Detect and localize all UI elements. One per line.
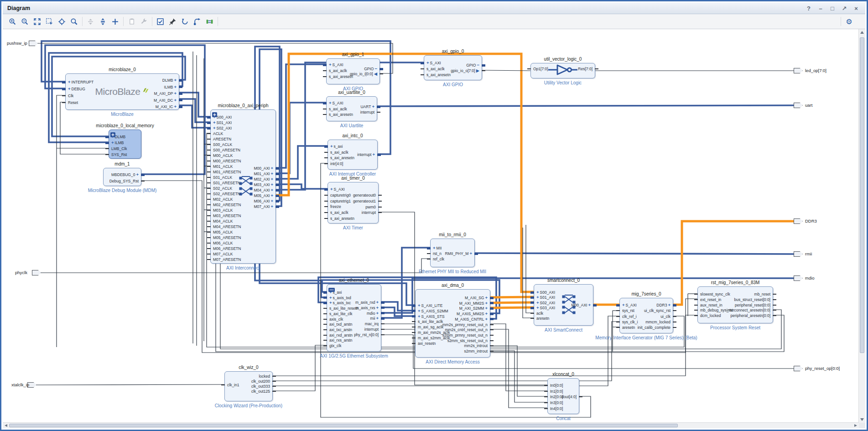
- port-microblaze_0-Clk[interactable]: Clk: [68, 93, 73, 98]
- maximize-button[interactable]: □: [828, 4, 837, 12]
- block-axi_intc_0[interactable]: axi_intc_0AXI Interrupt Controller+s_axi…: [327, 140, 378, 170]
- port-axi_ethernet_0-axi_txc_arstn[interactable]: axi_txc_arstn: [329, 327, 352, 332]
- port-clk_wiz_0-locked[interactable]: locked: [259, 374, 270, 379]
- block-axi_ethernet_0[interactable]: axi_ethernet_0AXI 1G/2.5G Ethernet Subsy…: [327, 284, 381, 352]
- port-axi_ethernet_0-axi_rxd_arstn[interactable]: axi_rxd_arstn: [329, 333, 353, 338]
- port-microblaze_0_axi_periph-M05_AXI[interactable]: +M05_AXI: [254, 193, 273, 198]
- add-ip-icon[interactable]: [109, 16, 121, 27]
- scroll-left-icon[interactable]: [5, 424, 7, 427]
- port-axi_gpio_0-s_axi_aresetn[interactable]: s_axi_aresetn: [426, 73, 451, 77]
- port-microblaze_0_axi_periph-S01_ACLK[interactable]: S01_ACLK: [213, 175, 232, 180]
- port-axi_ethernet_0-s_axis_txc[interactable]: +s_axis_txc: [329, 301, 351, 305]
- port-mii_to_rmii_0-RMII_PHY_M[interactable]: +RMII_PHY_M: [445, 251, 472, 256]
- port-microblaze_0_axi_periph-M01_ARESETN[interactable]: M01_ARESETN: [213, 170, 241, 174]
- port-microblaze_0-ILMB[interactable]: +ILMB: [164, 85, 177, 89]
- port-microblaze_0-M_AXI_IC[interactable]: +M_AXI_IC: [156, 104, 177, 109]
- port-microblaze_0_axi_periph-ACLK[interactable]: ACLK: [213, 131, 223, 136]
- port-microblaze_0_axi_periph-M03_ARESETN[interactable]: M03_ARESETN: [213, 213, 241, 218]
- port-microblaze_0-DLMB[interactable]: +DLMB: [162, 78, 177, 83]
- port-microblaze_0_axi_periph-M06_ACLK[interactable]: M06_ACLK: [213, 241, 233, 245]
- port-axi_timer_0-pwm0[interactable]: pwm0: [365, 205, 376, 209]
- port-smartconnect_0-S03_AXI[interactable]: +S03_AXI: [536, 306, 555, 310]
- port-axi_ethernet_0-m_axis_rxd[interactable]: +m_axis_rxd: [355, 300, 379, 305]
- port-axi_gpio_1-s_axi_aclk[interactable]: s_axi_aclk: [329, 68, 347, 73]
- port-microblaze_0_axi_periph-M06_ARESETN[interactable]: M06_ARESETN: [213, 246, 241, 251]
- wire[interactable]: [523, 228, 534, 318]
- port-microblaze_0_axi_periph-M00_ACLK[interactable]: M00_ACLK: [213, 153, 233, 158]
- block-xlconcat_0[interactable]: xlconcat_0ConcatIn0[0:0]In1[0:0]In2[0:0]…: [547, 378, 579, 414]
- port-xlconcat_0-In1[0:0][interactable]: In1[0:0]: [550, 389, 563, 394]
- port-microblaze_0_axi_periph-S01_AXI[interactable]: +S01_AXI: [213, 120, 232, 125]
- block-mii_to_rmii_0[interactable]: mii_to_rmii_0Ethernet PHY MII to Reduced…: [430, 239, 475, 267]
- port-mig_7series_0-aresetn[interactable]: aresetn: [622, 325, 635, 330]
- port-microblaze_0_axi_periph-M01_AXI[interactable]: +M01_AXI: [254, 171, 273, 176]
- port-microblaze_0_axi_periph-M06_AXI[interactable]: +M06_AXI: [254, 199, 273, 203]
- window-titlebar[interactable]: Diagram ?–□↗×: [3, 3, 865, 14]
- port-mig_7series_0-sys_rst[interactable]: sys_rst: [622, 308, 634, 313]
- port-microblaze_0_axi_periph-S02_ACLK[interactable]: S02_ACLK: [213, 186, 232, 191]
- port-microblaze_0_axi_periph-M04_AXI[interactable]: +M04_AXI: [254, 188, 273, 192]
- port-axi_gpio_1-gpio_io_i[0:0][interactable]: ◀gpio_io_i[0:0]: [350, 72, 377, 76]
- port-clk_wiz_0-clk_out333[interactable]: clk_out333: [251, 384, 270, 389]
- port-mig_7series_0-mmcm_locked[interactable]: mmcm_locked: [645, 320, 670, 324]
- port-microblaze_0_axi_periph-M04_ACLK[interactable]: M04_ACLK: [213, 219, 233, 223]
- port-axi_ethernet_0-s_axis_txd[interactable]: +s_axis_txd: [329, 296, 351, 300]
- port-axi_ethernet_0-mdio[interactable]: +mdio: [367, 311, 379, 316]
- port-microblaze_0_axi_periph-S02_AXI[interactable]: +S02_AXI: [213, 126, 232, 130]
- port-axi_timer_0-freeze[interactable]: freeze: [330, 204, 341, 209]
- close-button[interactable]: ×: [852, 4, 861, 12]
- port-axi_gpio_0-GPIO[interactable]: −GPIO: [466, 63, 479, 68]
- expand-plus-icon[interactable]: [212, 111, 217, 119]
- port-mig_7series_0-ui_clk_sync_rst[interactable]: ui_clk_sync_rst: [644, 308, 670, 313]
- port-microblaze_0-M_AXI_DP[interactable]: +M_AXI_DP: [154, 91, 177, 96]
- wire[interactable]: [377, 105, 794, 106]
- port-axi_dma_0-s2mm_sts_reset_out_n[interactable]: s2mm_sts_reset_out_n: [447, 338, 488, 343]
- port-axi_timer_0-generateout1[interactable]: generateout1: [353, 199, 376, 203]
- port-axi_dma_0-M_AXI_S2MM[interactable]: +M_AXI_S2MM: [459, 306, 488, 311]
- port-microblaze_0_axi_periph-M02_ACLK[interactable]: M02_ACLK: [213, 197, 233, 202]
- wire[interactable]: [57, 95, 65, 347]
- more-dots-icon[interactable]: [328, 286, 335, 294]
- zoom-to-selection-icon[interactable]: [43, 16, 56, 27]
- port-microblaze_0_axi_periph-M07_AXI[interactable]: +M07_AXI: [254, 204, 273, 209]
- block-microblaze_0_local_memory[interactable]: microblaze_0_local_memory+DLMB+ILMBLMB_C…: [109, 130, 141, 159]
- port-xlconcat_0-In3[0:0][interactable]: In3[0:0]: [550, 400, 563, 405]
- port-microblaze_0_axi_periph-M00_AXI[interactable]: +M00_AXI: [254, 166, 273, 171]
- port-axi_intc_0-s_axi_aresetn[interactable]: s_axi_aresetn: [330, 156, 354, 160]
- port-smartconnect_0-aresetn[interactable]: aresetn: [536, 316, 549, 321]
- port-axi_intc_0-interrupt[interactable]: +interrupt: [357, 152, 375, 157]
- optimize-routing-icon[interactable]: [191, 16, 203, 27]
- port-mig_7series_0-DDR3[interactable]: +DDR3: [656, 303, 670, 307]
- scroll-down-icon[interactable]: [860, 418, 864, 421]
- port-axi_ethernet_0-s_axi_lite_resetn[interactable]: s_axi_lite_resetn: [329, 306, 359, 311]
- port-xlconcat_0-dout[4:0][interactable]: dout[4:0]: [561, 395, 577, 399]
- port-util_vector_logic_0-Res[7:0][interactable]: Res[7:0]: [578, 67, 593, 71]
- wire[interactable]: [276, 103, 326, 173]
- port-mdm_1-MBDEBUG_0[interactable]: +MBDEBUG_0: [111, 172, 139, 177]
- port-microblaze_0_axi_periph-M07_ACLK[interactable]: M07_ACLK: [213, 252, 233, 256]
- port-axi_gpio_1-GPIO[interactable]: −GPIO: [364, 67, 377, 71]
- validate-design-icon[interactable]: [154, 16, 166, 27]
- port-axi_dma_0-M_AXI_MM2S[interactable]: +M_AXI_MM2S: [459, 301, 488, 306]
- interface-ports-icon[interactable]: [203, 16, 216, 27]
- wire[interactable]: [276, 184, 327, 189]
- expand-hierarchy-icon[interactable]: [97, 16, 109, 27]
- regenerate-layout-icon[interactable]: [179, 16, 191, 27]
- block-mig_7series_0[interactable]: mig_7series_0Memory Interface Generator …: [619, 298, 673, 333]
- block-axi_gpio_1[interactable]: axi_gpio_1AXI GPIO+S_AXIs_axi_aclks_axi_…: [326, 58, 380, 84]
- port-axi_ethernet_0-axi_rxs_arstn[interactable]: axi_rxs_arstn: [329, 338, 353, 343]
- zoom-out-icon[interactable]: [19, 16, 31, 27]
- port-axi_dma_0-M_AXI_SG[interactable]: +M_AXI_SG: [465, 296, 488, 300]
- minimize-button[interactable]: –: [816, 4, 825, 12]
- port-axi_dma_0-axi_resetn[interactable]: axi_resetn: [418, 341, 436, 346]
- port-axi_gpio_0-s_axi_aclk[interactable]: s_axi_aclk: [426, 67, 445, 71]
- port-axi_ethernet_0-gtx_clk[interactable]: gtx_clk: [329, 343, 341, 348]
- port-axi_dma_0-S_AXI_LITE[interactable]: +S_AXI_LITE: [418, 303, 442, 308]
- block-clk_wiz_0[interactable]: clk_wiz_0Clocking Wizard (Pre-Production…: [224, 371, 273, 401]
- port-axi_intc_0-s_axi_aclk[interactable]: s_axi_aclk: [330, 150, 348, 155]
- port-mig_7series_0-S_AXI[interactable]: +S_AXI: [622, 303, 637, 307]
- port-axi_ethernet_0-phy_rst_n[0:0][interactable]: phy_rst_n[0:0]: [354, 332, 379, 337]
- pin-icon[interactable]: [166, 16, 179, 27]
- port-clk_wiz_0-clk_out125[interactable]: clk_out125: [251, 389, 270, 394]
- block-microblaze_0[interactable]: microblaze_0MicroBlazeMicroBlaze+INTERRU…: [65, 73, 179, 110]
